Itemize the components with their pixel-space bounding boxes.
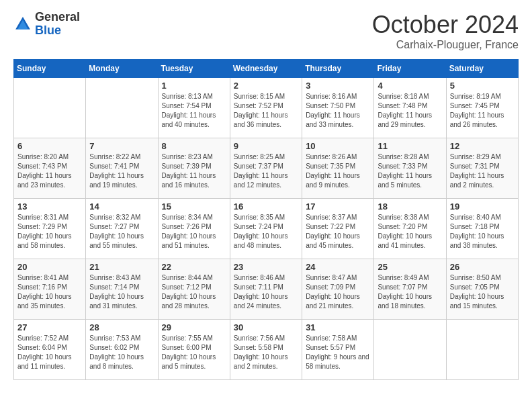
calendar-body: 1Sunrise: 8:13 AMSunset: 7:54 PMDaylight… [14, 78, 519, 380]
calendar-cell: 12Sunrise: 8:29 AMSunset: 7:31 PMDayligh… [446, 138, 518, 199]
day-info: Sunrise: 8:13 AMSunset: 7:54 PMDaylight:… [162, 92, 226, 130]
calendar-cell: 16Sunrise: 8:35 AMSunset: 7:24 PMDayligh… [230, 199, 302, 259]
day-number: 10 [306, 141, 370, 151]
day-number: 31 [306, 322, 370, 332]
week-row-1: 1Sunrise: 8:13 AMSunset: 7:54 PMDaylight… [14, 78, 519, 138]
calendar-cell: 18Sunrise: 8:38 AMSunset: 7:20 PMDayligh… [374, 199, 446, 259]
week-row-2: 6Sunrise: 8:20 AMSunset: 7:43 PMDaylight… [14, 138, 519, 199]
day-info: Sunrise: 8:16 AMSunset: 7:50 PMDaylight:… [306, 92, 370, 130]
day-info: Sunrise: 8:28 AMSunset: 7:33 PMDaylight:… [378, 152, 442, 190]
day-number: 21 [89, 262, 154, 272]
day-number: 30 [234, 322, 298, 332]
day-info: Sunrise: 8:18 AMSunset: 7:48 PMDaylight:… [378, 92, 442, 130]
calendar-table: SundayMondayTuesdayWednesdayThursdayFrid… [13, 59, 519, 380]
day-number: 22 [162, 262, 226, 272]
day-info: Sunrise: 8:26 AMSunset: 7:35 PMDaylight:… [306, 152, 370, 190]
day-number: 20 [17, 262, 82, 272]
header-day-friday: Friday [374, 60, 446, 78]
calendar-cell: 8Sunrise: 8:23 AMSunset: 7:39 PMDaylight… [158, 138, 230, 199]
title-area: October 2024 Carhaix-Plouguer, France [372, 11, 519, 51]
calendar-cell: 22Sunrise: 8:44 AMSunset: 7:12 PMDayligh… [158, 259, 230, 320]
calendar-cell: 3Sunrise: 8:16 AMSunset: 7:50 PMDaylight… [302, 78, 374, 138]
day-number: 19 [450, 201, 515, 212]
day-number: 8 [162, 141, 226, 151]
day-number: 12 [450, 141, 515, 151]
calendar-cell: 6Sunrise: 8:20 AMSunset: 7:43 PMDaylight… [14, 138, 86, 199]
day-number: 13 [17, 201, 82, 212]
calendar-cell: 30Sunrise: 7:56 AMSunset: 5:58 PMDayligh… [230, 320, 302, 380]
calendar-cell: 29Sunrise: 7:55 AMSunset: 6:00 PMDayligh… [158, 320, 230, 380]
day-info: Sunrise: 8:15 AMSunset: 7:52 PMDaylight:… [234, 92, 298, 130]
day-number: 17 [306, 201, 370, 212]
calendar-cell: 15Sunrise: 8:34 AMSunset: 7:26 PMDayligh… [158, 199, 230, 259]
location: Carhaix-Plouguer, France [372, 39, 519, 51]
week-row-5: 27Sunrise: 7:52 AMSunset: 6:04 PMDayligh… [14, 320, 519, 380]
logo-general-text: General [35, 11, 80, 24]
logo-blue-text: Blue [35, 24, 80, 38]
calendar-cell: 31Sunrise: 7:58 AMSunset: 5:57 PMDayligh… [302, 320, 374, 380]
calendar-cell: 4Sunrise: 8:18 AMSunset: 7:48 PMDaylight… [374, 78, 446, 138]
day-number: 18 [378, 201, 442, 212]
day-number: 27 [17, 322, 82, 332]
day-info: Sunrise: 8:31 AMSunset: 7:29 PMDaylight:… [17, 213, 82, 250]
header-day-tuesday: Tuesday [158, 60, 230, 78]
day-info: Sunrise: 8:23 AMSunset: 7:39 PMDaylight:… [162, 152, 226, 190]
day-info: Sunrise: 8:22 AMSunset: 7:41 PMDaylight:… [89, 152, 154, 190]
header-day-sunday: Sunday [14, 60, 86, 78]
month-title: October 2024 [372, 11, 519, 39]
day-number: 7 [89, 141, 154, 151]
calendar-cell: 13Sunrise: 8:31 AMSunset: 7:29 PMDayligh… [14, 199, 86, 259]
day-number: 6 [17, 141, 82, 151]
day-number: 3 [306, 81, 370, 91]
calendar-header: SundayMondayTuesdayWednesdayThursdayFrid… [14, 60, 519, 78]
day-info: Sunrise: 7:53 AMSunset: 6:02 PMDaylight:… [89, 334, 154, 371]
day-info: Sunrise: 8:19 AMSunset: 7:45 PMDaylight:… [450, 92, 515, 130]
day-info: Sunrise: 8:49 AMSunset: 7:07 PMDaylight:… [378, 273, 442, 311]
day-number: 28 [89, 322, 154, 332]
page-header: General Blue October 2024 Carhaix-Plougu… [13, 11, 519, 51]
calendar-cell: 24Sunrise: 8:47 AMSunset: 7:09 PMDayligh… [302, 259, 374, 320]
day-number: 26 [450, 262, 515, 272]
calendar-cell: 20Sunrise: 8:41 AMSunset: 7:16 PMDayligh… [14, 259, 86, 320]
header-day-monday: Monday [86, 60, 158, 78]
calendar-cell [14, 78, 86, 138]
day-number: 4 [378, 81, 442, 91]
calendar-cell: 25Sunrise: 8:49 AMSunset: 7:07 PMDayligh… [374, 259, 446, 320]
header-day-saturday: Saturday [446, 60, 518, 78]
day-info: Sunrise: 8:46 AMSunset: 7:11 PMDaylight:… [234, 273, 298, 311]
day-number: 11 [378, 141, 442, 151]
day-info: Sunrise: 8:38 AMSunset: 7:20 PMDaylight:… [378, 213, 442, 250]
day-number: 23 [234, 262, 298, 272]
calendar-cell: 1Sunrise: 8:13 AMSunset: 7:54 PMDaylight… [158, 78, 230, 138]
day-info: Sunrise: 8:32 AMSunset: 7:27 PMDaylight:… [89, 213, 154, 250]
header-row: SundayMondayTuesdayWednesdayThursdayFrid… [14, 60, 519, 78]
logo-text: General Blue [35, 11, 80, 38]
calendar-cell: 5Sunrise: 8:19 AMSunset: 7:45 PMDaylight… [446, 78, 518, 138]
week-row-4: 20Sunrise: 8:41 AMSunset: 7:16 PMDayligh… [14, 259, 519, 320]
calendar-cell [374, 320, 446, 380]
day-info: Sunrise: 8:43 AMSunset: 7:14 PMDaylight:… [89, 273, 154, 311]
day-info: Sunrise: 7:52 AMSunset: 6:04 PMDaylight:… [17, 334, 82, 371]
day-number: 15 [162, 201, 226, 212]
calendar-cell: 14Sunrise: 8:32 AMSunset: 7:27 PMDayligh… [86, 199, 158, 259]
calendar-cell [86, 78, 158, 138]
calendar-cell: 9Sunrise: 8:25 AMSunset: 7:37 PMDaylight… [230, 138, 302, 199]
calendar-cell: 26Sunrise: 8:50 AMSunset: 7:05 PMDayligh… [446, 259, 518, 320]
header-day-thursday: Thursday [302, 60, 374, 78]
day-info: Sunrise: 8:44 AMSunset: 7:12 PMDaylight:… [162, 273, 226, 311]
day-info: Sunrise: 7:55 AMSunset: 6:00 PMDaylight:… [162, 334, 226, 371]
day-number: 2 [234, 81, 298, 91]
calendar-cell: 7Sunrise: 8:22 AMSunset: 7:41 PMDaylight… [86, 138, 158, 199]
day-number: 5 [450, 81, 515, 91]
day-number: 29 [162, 322, 226, 332]
logo: General Blue [13, 11, 80, 38]
calendar-cell: 27Sunrise: 7:52 AMSunset: 6:04 PMDayligh… [14, 320, 86, 380]
calendar-cell [446, 320, 518, 380]
calendar-cell: 28Sunrise: 7:53 AMSunset: 6:02 PMDayligh… [86, 320, 158, 380]
day-info: Sunrise: 7:58 AMSunset: 5:57 PMDaylight:… [306, 334, 370, 371]
header-day-wednesday: Wednesday [230, 60, 302, 78]
day-number: 16 [234, 201, 298, 212]
day-info: Sunrise: 8:37 AMSunset: 7:22 PMDaylight:… [306, 213, 370, 250]
day-info: Sunrise: 7:56 AMSunset: 5:58 PMDaylight:… [234, 334, 298, 371]
calendar-cell: 10Sunrise: 8:26 AMSunset: 7:35 PMDayligh… [302, 138, 374, 199]
